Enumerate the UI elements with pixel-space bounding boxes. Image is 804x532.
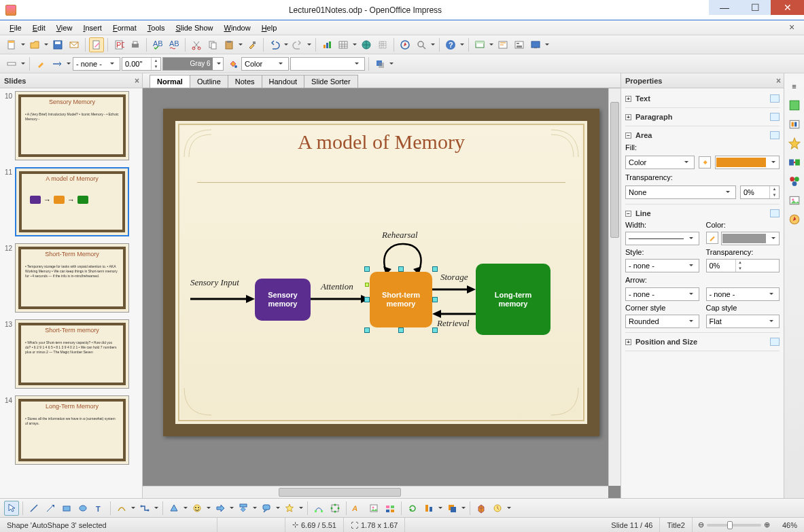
menu-edit[interactable]: Edit	[29, 22, 50, 33]
text-group-icon[interactable]	[770, 94, 780, 103]
slide-thumb[interactable]: 13 Short-Term memory• What's your Short-…	[1, 319, 139, 389]
fill-mode-select[interactable]: Color	[625, 156, 695, 169]
redo-dropdown[interactable]	[307, 37, 312, 52]
autospellcheck-icon[interactable]: ABC	[167, 37, 181, 52]
slides-panel-close-icon[interactable]: ×	[135, 76, 139, 86]
line-style-combo[interactable]: - none -	[73, 57, 120, 71]
callouts-icon[interactable]	[259, 501, 274, 516]
format-paintbrush-icon[interactable]	[245, 37, 260, 52]
line-group-icon[interactable]	[770, 209, 780, 217]
line-tool-icon[interactable]	[27, 501, 41, 516]
export-pdf-icon[interactable]: PDF	[111, 37, 126, 52]
table-icon[interactable]	[336, 37, 351, 52]
align-icon[interactable]	[421, 501, 436, 516]
menu-window[interactable]: Window	[220, 22, 255, 33]
line-color-combo[interactable]: Gray 6	[162, 57, 224, 71]
box-sensory-memory[interactable]: Sensory memory	[255, 279, 311, 321]
slide-layout-icon[interactable]	[512, 37, 527, 52]
sidebar-styles-icon[interactable]	[787, 174, 802, 189]
minimize-button[interactable]: —	[709, 0, 739, 15]
group-text[interactable]: +Text	[625, 92, 780, 105]
line-color-select[interactable]	[721, 232, 780, 245]
group-line[interactable]: −Line	[625, 207, 780, 219]
arrow-end-select[interactable]: - none -	[706, 287, 780, 301]
zoom-dropdown[interactable]	[430, 37, 436, 52]
symbol-shapes-icon[interactable]	[190, 501, 205, 516]
edit-file-icon[interactable]	[89, 37, 104, 52]
line-color-picker-icon[interactable]	[33, 56, 48, 71]
flowchart-icon[interactable]	[236, 501, 251, 516]
line-style-select[interactable]: - none -	[625, 259, 699, 272]
redo-icon[interactable]	[290, 37, 305, 52]
arrow-style-icon[interactable]	[4, 56, 19, 71]
grid-icon[interactable]	[375, 37, 390, 52]
line-transparency-spinner[interactable]: 0%▲▼	[706, 259, 780, 272]
slide-dropdown[interactable]	[489, 37, 494, 52]
group-position-size[interactable]: +Position and Size	[625, 336, 780, 348]
connector-tool-icon[interactable]	[137, 501, 152, 516]
vertical-scrollbar[interactable]	[608, 88, 621, 486]
text-tool-icon[interactable]: T	[92, 501, 107, 516]
paste-icon[interactable]	[222, 37, 237, 52]
menu-file[interactable]: File	[5, 22, 26, 33]
line-color-pencil-icon[interactable]	[706, 232, 718, 244]
sidebar-menu-icon[interactable]: ≡	[787, 79, 802, 94]
tab-notes[interactable]: Notes	[228, 75, 262, 88]
arrow-start-select[interactable]: - none -	[625, 287, 699, 301]
drawing-toolbar-overflow[interactable]	[506, 501, 512, 516]
navigator-icon[interactable]	[398, 37, 413, 52]
zoom-slider[interactable]: ⊖ ⊕	[693, 520, 775, 529]
maximize-button[interactable]: ☐	[739, 0, 770, 15]
menu-help[interactable]: Help	[258, 22, 281, 33]
slide-title[interactable]: A model of Memory	[204, 130, 559, 154]
horizontal-scrollbar[interactable]	[143, 486, 608, 498]
zoom-icon[interactable]	[414, 37, 429, 52]
paste-dropdown[interactable]	[238, 37, 243, 52]
tab-handout[interactable]: Handout	[262, 75, 305, 88]
block-arrows-icon[interactable]	[213, 501, 228, 516]
line-width-spinner[interactable]: 0.00"▲▼	[122, 57, 161, 71]
sidebar-properties-icon[interactable]	[787, 98, 802, 113]
fill-mode-combo[interactable]: Color	[241, 57, 289, 71]
slide-icon[interactable]	[472, 37, 487, 52]
slide-thumb[interactable]: 14 Long-Term Memory• Stores all the info…	[1, 395, 139, 465]
open-icon[interactable]	[27, 37, 42, 52]
sidebar-master-pages-icon[interactable]	[787, 117, 802, 132]
menu-slideshow[interactable]: Slide Show	[171, 22, 217, 33]
tab-slide-sorter[interactable]: Slide Sorter	[304, 75, 357, 88]
slide-thumb[interactable]: 12 Short-Term Memory• Temporary storage …	[1, 243, 139, 313]
tab-normal[interactable]: Normal	[150, 75, 190, 88]
select-tool-icon[interactable]	[4, 501, 19, 516]
group-paragraph[interactable]: +Paragraph	[625, 111, 780, 123]
help-icon[interactable]: ?	[443, 37, 458, 52]
stars-icon[interactable]	[282, 501, 297, 516]
ellipse-tool-icon[interactable]	[75, 501, 90, 516]
close-button[interactable]: ✕	[770, 0, 804, 15]
slide-thumb[interactable]: 11 A model of Memory →→	[1, 167, 139, 236]
paragraph-group-icon[interactable]	[770, 113, 780, 121]
rectangle-tool-icon[interactable]	[59, 501, 74, 516]
copy-icon[interactable]	[205, 37, 220, 52]
zoom-percent[interactable]: 46%	[775, 518, 804, 532]
slide-canvas[interactable]: A model of Memory Sensory Input Attentio…	[163, 109, 599, 436]
presentation-icon[interactable]	[528, 37, 543, 52]
transparency-mode-select[interactable]: None	[625, 185, 736, 199]
sidebar-navigator-icon[interactable]	[787, 212, 802, 227]
transparency-spinner[interactable]: 0%▲▼	[740, 185, 780, 199]
arrow-ends-dropdown[interactable]	[66, 56, 71, 71]
menu-view[interactable]: View	[52, 22, 77, 33]
sidebar-custom-animation-icon[interactable]	[787, 136, 802, 151]
from-file-icon[interactable]	[366, 501, 381, 516]
cut-icon[interactable]	[189, 37, 204, 52]
box-short-term-memory[interactable]: Short-term memory	[370, 272, 432, 327]
hyperlink-icon[interactable]	[359, 37, 374, 52]
arrange-icon[interactable]	[444, 501, 459, 516]
open-dropdown[interactable]	[43, 37, 49, 52]
table-dropdown[interactable]	[352, 37, 357, 52]
zoom-in-icon[interactable]: ⊕	[764, 520, 770, 529]
chart-icon[interactable]	[319, 37, 334, 52]
rotate-icon[interactable]	[405, 501, 420, 516]
line-arrow-tool-icon[interactable]	[43, 501, 58, 516]
new-icon[interactable]	[4, 37, 19, 52]
basic-shapes-icon[interactable]	[167, 501, 181, 516]
